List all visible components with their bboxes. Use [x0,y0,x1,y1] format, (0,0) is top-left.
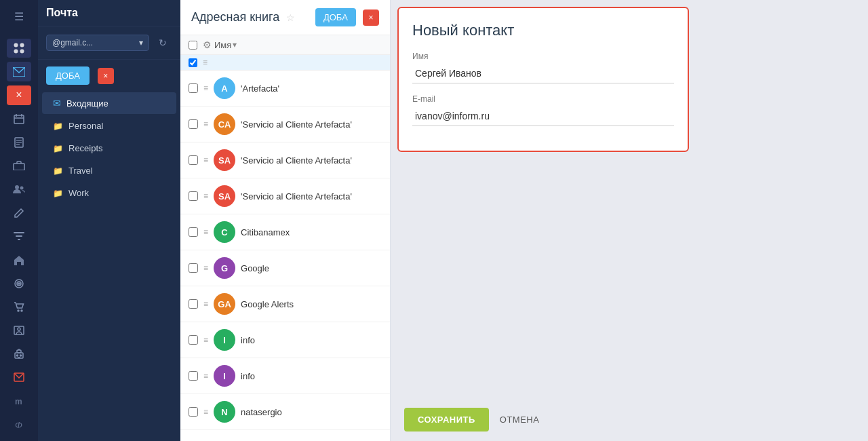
app-title: Почта [46,7,78,19]
folder-travel-label: Travel [68,166,93,176]
contact-checkbox[interactable] [189,371,198,381]
name-input[interactable] [412,64,674,83]
contact-checkbox[interactable] [189,83,198,93]
folder-personal-label: Personal [68,121,103,131]
compose-button[interactable]: ДОБА [46,66,90,85]
close-compose-button[interactable]: × [98,68,114,84]
address-book-title: Адресная книга [191,10,279,24]
svg-point-15 [20,187,24,190]
save-button[interactable]: СОХРАНИТЬ [404,408,489,432]
contact-row[interactable]: ≡ N natasergio [180,394,390,430]
contact-checkbox[interactable] [189,299,198,309]
new-contact-dialog: Новый контакт Имя E-mail [397,7,689,152]
svg-point-29 [17,355,18,356]
dashboard-icon[interactable] [7,39,31,58]
gear-icon[interactable]: ⚙ [203,39,212,50]
filter-icon[interactable] [7,227,31,246]
folder-receipts[interactable]: 📁 Receipts [42,138,176,159]
contact-checkbox[interactable] [189,119,198,129]
selected-subheader: ≡ [180,55,390,71]
contact-name: Google Alerts [241,299,294,309]
app-header: Почта [38,0,180,26]
contact-row[interactable]: ≡ SA 'Servicio al Cliente Artefacta' [180,178,390,214]
contact-avatar: GA [214,293,235,315]
cart-icon[interactable] [7,297,31,317]
row-checkbox[interactable] [189,58,197,67]
svg-rect-27 [17,350,21,353]
account-selector[interactable]: @gmail.c... ▾ [46,35,149,51]
people-icon[interactable] [7,180,31,199]
contact-avatar: I [214,329,235,351]
contacts-icon[interactable] [7,321,31,341]
contact-name: 'Artefacta' [241,83,279,94]
close-icon: × [368,13,373,22]
folder-personal[interactable]: 📁 Personal [42,115,176,136]
contact-row[interactable]: ≡ C Citibanamex [180,214,390,250]
folder-travel[interactable]: 📁 Travel [42,160,176,181]
menu-dots-icon: ≡ [203,335,208,345]
icon-sidebar: ☰ × m Φ [0,0,38,441]
main-content: Новый контакт Имя E-mail СОХРАНИТЬ ОТМЕН… [391,0,868,441]
star-icon[interactable]: ☆ [286,12,295,23]
contact-checkbox[interactable] [189,263,198,273]
svg-point-30 [20,355,22,356]
name-column-header[interactable]: Имя [214,40,231,50]
contact-checkbox[interactable] [189,407,198,417]
notes-icon[interactable] [7,132,31,152]
svg-point-0 [14,43,18,47]
inbox-label: Входящие [66,98,108,109]
menu-dots-icon: ≡ [203,58,208,67]
close-compose-icon[interactable]: × [7,85,31,105]
mail-icon[interactable] [7,62,31,81]
menu-dots-icon: ≡ [203,119,208,129]
folder-icon: 📁 [53,144,63,153]
menu-dots-icon: ≡ [203,407,208,417]
folder-icon: 📁 [53,166,63,176]
contact-list-panel: Адресная книга ☆ ДОБA × ⚙ Имя ▾ ≡ ≡ A 'A… [180,0,391,441]
contact-row[interactable]: ≡ G Google [180,250,390,286]
svg-point-2 [14,50,18,54]
add-contact-button[interactable]: ДОБA [315,8,356,26]
robot-icon[interactable] [7,344,31,364]
dialog-title: Новый контакт [412,22,674,39]
contact-checkbox[interactable] [189,227,198,237]
contact-list-header: Адресная книга ☆ ДОБA × [180,0,390,35]
refresh-button[interactable]: ↻ [153,33,172,52]
phi-icon[interactable]: Φ [7,415,31,434]
contact-checkbox[interactable] [189,155,198,165]
contact-row[interactable]: ≡ I info [180,322,390,358]
briefcase-icon[interactable] [7,156,31,176]
contact-row[interactable]: ≡ GA Google Alerts [180,286,390,322]
folder-work[interactable]: 📁 Work [42,183,176,204]
contact-name: info [241,335,255,345]
hamburger-icon[interactable]: ☰ [7,7,31,26]
contact-row[interactable]: ≡ SA 'Servicio al Cliente Artefacta' [180,142,390,178]
email-input[interactable] [412,107,674,126]
list-subheader: ⚙ Имя ▾ [180,35,390,55]
contact-row[interactable]: ≡ A 'Artefacta' [180,71,390,107]
chevron-down-icon: ▾ [139,38,143,47]
contact-checkbox[interactable] [189,191,198,201]
envelope2-icon[interactable] [7,368,31,387]
folder-icon: 📁 [53,121,63,131]
contact-name: Citibanamex [241,227,290,237]
close-panel-button[interactable]: × [363,9,379,26]
cancel-button[interactable]: ОТМЕНА [500,415,540,425]
contact-row[interactable]: ≡ I info [180,358,390,394]
svg-rect-16 [14,232,24,233]
account-bar: @gmail.c... ▾ ↻ [38,26,180,60]
contact-row[interactable]: ≡ CA 'Servicio al Cliente Artefacta' [180,107,390,142]
inbox-nav-item[interactable]: ✉ Входящие [42,92,176,114]
contact-avatar: CA [214,113,235,135]
select-all-checkbox[interactable] [189,41,197,50]
contact-avatar: I [214,365,235,387]
monogram-icon[interactable]: m [7,391,31,411]
target-icon[interactable] [7,273,31,293]
home-icon[interactable] [7,250,31,270]
calendar-icon[interactable] [7,109,31,129]
contact-checkbox[interactable] [189,335,198,345]
svg-rect-13 [14,164,24,170]
contact-avatar: G [214,257,235,279]
edit-icon[interactable] [7,203,31,223]
contact-list: ≡ A 'Artefacta' ≡ CA 'Servicio al Client… [180,71,390,441]
